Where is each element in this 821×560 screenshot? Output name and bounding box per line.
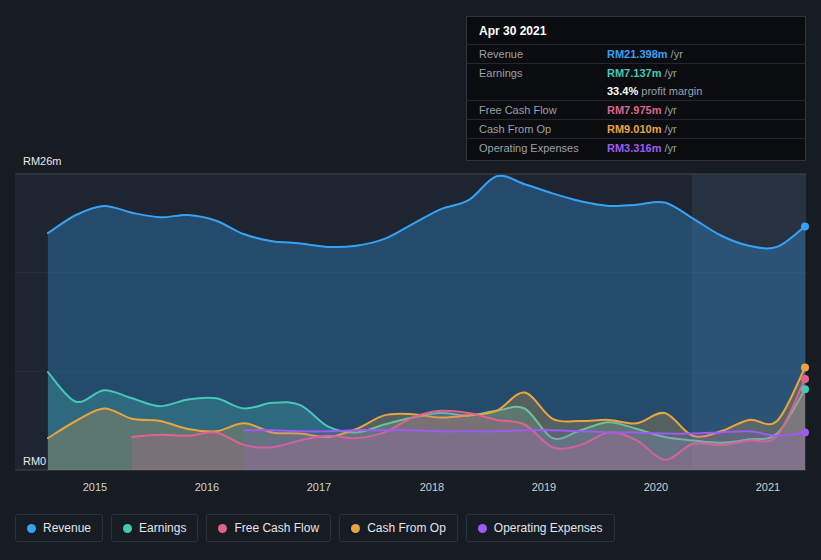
tooltip-value-number: RM21.398m xyxy=(607,48,668,60)
chart-tooltip: Apr 30 2021 Revenue RM21.398m /yr Earnin… xyxy=(466,16,806,161)
legend-item-free-cash-flow[interactable]: Free Cash Flow xyxy=(206,514,331,542)
series-endpoint-operating-expenses[interactable] xyxy=(801,428,809,436)
series-endpoint-free-cash-flow[interactable] xyxy=(801,375,809,383)
tooltip-row-value: RM3.316m /yr xyxy=(607,142,677,154)
x-axis-label: 2016 xyxy=(185,481,229,493)
x-axis-label: 2015 xyxy=(73,481,117,493)
y-axis-min-label: RM0 xyxy=(23,455,46,467)
earnings-legend-dot xyxy=(123,524,132,533)
y-axis-max-label: RM26m xyxy=(23,155,62,167)
x-axis-label: 2021 xyxy=(746,481,790,493)
series-endpoint-earnings[interactable] xyxy=(801,385,809,393)
tooltip-row-value: RM7.975m /yr xyxy=(607,104,677,116)
tooltip-row-value: 33.4% profit margin xyxy=(607,85,702,97)
legend-item-revenue[interactable]: Revenue xyxy=(15,514,103,542)
revenue-legend-dot xyxy=(27,524,36,533)
tooltip-value-suffix: profit margin xyxy=(638,85,702,97)
tooltip-value-number: RM7.975m xyxy=(607,104,661,116)
series-endpoint-revenue[interactable] xyxy=(801,222,809,230)
tooltip-row-revenue: Revenue RM21.398m /yr xyxy=(467,44,805,63)
tooltip-row-free-cash-flow: Free Cash Flow RM7.975m /yr xyxy=(467,100,805,119)
legend-item-earnings[interactable]: Earnings xyxy=(111,514,198,542)
series-area-operating-expenses xyxy=(244,430,805,470)
legend-item-label: Cash From Op xyxy=(367,521,446,535)
tooltip-date: Apr 30 2021 xyxy=(467,17,805,44)
legend-item-label: Earnings xyxy=(139,521,186,535)
app-root: RM26m RM0 2015201620172018201920202021 A… xyxy=(0,0,821,560)
tooltip-value-suffix: /yr xyxy=(661,123,676,135)
tooltip-value-number: RM3.316m xyxy=(607,142,661,154)
cash-from-op-legend-dot xyxy=(351,524,360,533)
tooltip-row-earnings: Earnings RM7.137m /yr xyxy=(467,63,805,82)
tooltip-value-suffix: /yr xyxy=(661,142,676,154)
tooltip-value-number: 33.4% xyxy=(607,85,638,97)
tooltip-row-profit-margin: 33.4% profit margin xyxy=(467,82,805,100)
tooltip-value-number: RM9.010m xyxy=(607,123,661,135)
chart-legend: Revenue Earnings Free Cash Flow Cash Fro… xyxy=(15,514,615,542)
tooltip-row-label: Earnings xyxy=(479,67,607,79)
legend-item-operating-expenses[interactable]: Operating Expenses xyxy=(466,514,615,542)
legend-item-cash-from-op[interactable]: Cash From Op xyxy=(339,514,458,542)
tooltip-row-label: Revenue xyxy=(479,48,607,60)
legend-item-label: Operating Expenses xyxy=(494,521,603,535)
tooltip-row-value: RM21.398m /yr xyxy=(607,48,683,60)
tooltip-value-suffix: /yr xyxy=(668,48,683,60)
operating-expenses-legend-dot xyxy=(478,524,487,533)
x-axis-label: 2018 xyxy=(410,481,454,493)
tooltip-row-operating-expenses: Operating Expenses RM3.316m /yr xyxy=(467,138,805,157)
legend-item-label: Free Cash Flow xyxy=(234,521,319,535)
tooltip-row-label: Operating Expenses xyxy=(479,142,607,154)
x-axis-label: 2020 xyxy=(634,481,678,493)
x-axis-label: 2019 xyxy=(522,481,566,493)
tooltip-row-label: Free Cash Flow xyxy=(479,104,607,116)
tooltip-row-value: RM9.010m /yr xyxy=(607,123,677,135)
free-cash-flow-legend-dot xyxy=(218,524,227,533)
x-axis-label: 2017 xyxy=(297,481,341,493)
tooltip-value-suffix: /yr xyxy=(661,67,676,79)
tooltip-row-label: Cash From Op xyxy=(479,123,607,135)
series-endpoint-cash-from-op[interactable] xyxy=(801,364,809,372)
legend-item-label: Revenue xyxy=(43,521,91,535)
tooltip-row-cash-from-op: Cash From Op RM9.010m /yr xyxy=(467,119,805,138)
tooltip-value-suffix: /yr xyxy=(661,104,676,116)
tooltip-value-number: RM7.137m xyxy=(607,67,661,79)
tooltip-row-value: RM7.137m /yr xyxy=(607,67,677,79)
